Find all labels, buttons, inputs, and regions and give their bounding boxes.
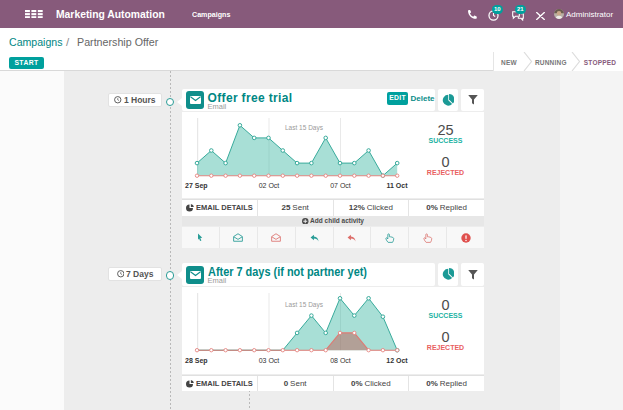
svg-text:Last 15 Days: Last 15 Days xyxy=(285,124,324,132)
svg-text:28 Sep: 28 Sep xyxy=(185,356,208,364)
svg-text:03 Oct: 03 Oct xyxy=(259,356,280,363)
svg-text:12 Oct: 12 Oct xyxy=(386,356,408,363)
svg-text:RUNNING: RUNNING xyxy=(535,59,567,66)
svg-text:STOPPED: STOPPED xyxy=(584,59,616,66)
svg-text:07 Oct: 07 Oct xyxy=(330,182,351,189)
svg-text:Last 15 Days: Last 15 Days xyxy=(285,301,324,309)
svg-text:08 Oct: 08 Oct xyxy=(330,356,351,363)
svg-text:NEW: NEW xyxy=(501,59,518,66)
svg-text:11 Oct: 11 Oct xyxy=(386,182,408,189)
svg-text:27 Sep: 27 Sep xyxy=(185,182,208,190)
svg-text:02 Oct: 02 Oct xyxy=(259,182,280,189)
